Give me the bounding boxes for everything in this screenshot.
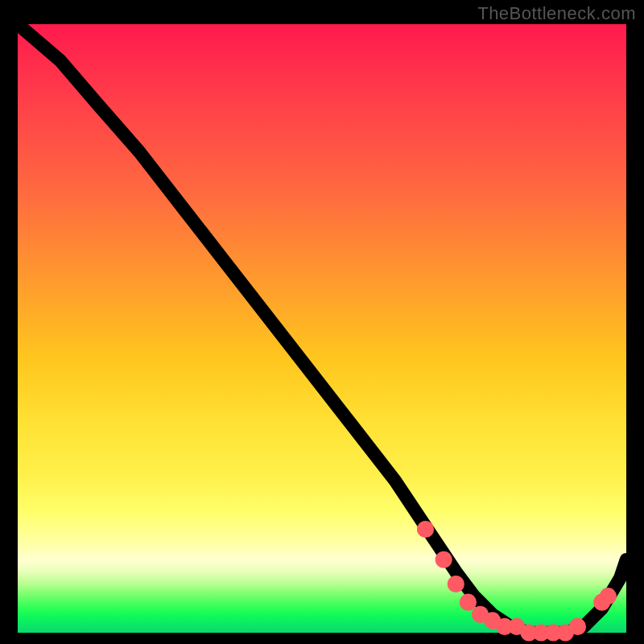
curve-marker xyxy=(487,615,498,626)
curve-marker xyxy=(603,591,614,602)
chart-svg xyxy=(18,24,626,633)
curve-marker xyxy=(572,621,584,633)
curve-marker xyxy=(420,524,431,535)
curve-marker xyxy=(438,554,449,565)
chart-frame: TheBottleneck.com xyxy=(0,0,644,644)
curve-marker xyxy=(511,621,522,633)
curve-marker xyxy=(560,627,572,638)
curve-marker xyxy=(463,597,474,608)
watermark-text: TheBottleneck.com xyxy=(477,3,636,24)
curve-marker xyxy=(451,579,462,590)
bottleneck-curve xyxy=(18,24,626,633)
curve-marker xyxy=(475,609,486,621)
